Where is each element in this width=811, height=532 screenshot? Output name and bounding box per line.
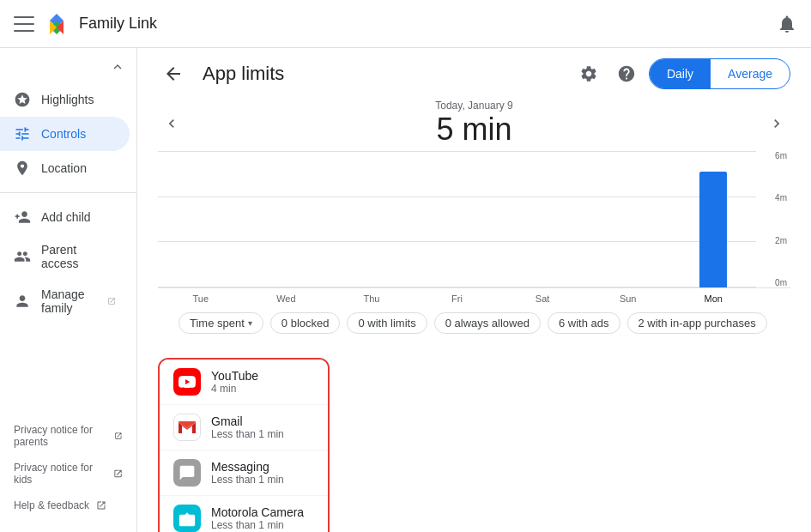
app-item-motorola-camera[interactable]: Motorola Camera Less than 1 min [160,495,328,532]
bar-wed [244,151,330,287]
filter-with-limits-label: 0 with limits [358,317,415,329]
daily-average-toggle: Daily Average [649,58,790,89]
bar-tue [158,151,244,287]
filter-in-app-purchases-label: 2 with in-app purchases [639,317,756,329]
filter-time-spent-label: Time spent [190,317,245,329]
date-label: Today, January 9 [185,100,763,112]
sidebar: Highlights Controls Location [0,48,137,532]
sidebar-item-manage-family[interactable]: Manage family [0,279,130,323]
add-child-label: Add child [41,210,91,224]
label-sun: Sun [585,292,671,305]
sidebar-bottom: Privacy notice for parents Privacy notic… [0,410,136,525]
external-icon-3 [96,500,106,511]
privacy-parents-label: Privacy notice for parents [14,424,107,448]
label-sat: Sat [499,292,585,305]
average-toggle-button[interactable]: Average [711,59,790,88]
notification-icon[interactable] [777,14,797,34]
page-header: App limits Daily Average [137,48,811,100]
topbar-left: Family Link [14,12,157,36]
app-item-youtube[interactable]: YouTube 4 min [160,360,328,404]
layout: Highlights Controls Location [0,48,811,532]
youtube-icon [173,368,201,396]
label-tue: Tue [158,292,244,305]
gmail-name: Gmail [211,414,284,428]
sidebar-item-parent-access[interactable]: Parent access [0,234,130,279]
filter-with-ads-label: 6 with ads [559,317,609,329]
motorola-camera-info: Motorola Camera Less than 1 min [211,505,304,531]
parent-access-icon [14,248,31,265]
chart-date-center: Today, January 9 5 min [185,100,763,148]
chart-bars [158,151,790,287]
help-feedback-link[interactable]: Help & feedback [0,493,136,518]
external-icon-2 [113,469,123,479]
highlights-icon [14,91,31,108]
sidebar-item-add-child[interactable]: Add child [0,200,130,234]
filter-always-allowed-label: 0 always allowed [445,317,530,329]
messaging-info: Messaging Less than 1 min [211,460,284,486]
help-button[interactable] [611,58,642,89]
filter-chips: Time spent ▾ 0 blocked 0 with limits 0 a… [158,305,790,344]
filter-in-app-purchases[interactable]: 2 with in-app purchases [627,312,767,334]
filter-time-spent[interactable]: Time spent ▾ [179,312,263,334]
filter-blocked[interactable]: 0 blocked [270,312,341,334]
prev-arrow[interactable] [158,110,185,137]
gmail-time: Less than 1 min [211,428,284,440]
bar-thu [329,151,415,287]
privacy-kids-label: Privacy notice for kids [14,462,106,486]
page-title: App limits [203,63,284,85]
parent-access-label: Parent access [41,243,116,270]
chart-header: Today, January 9 5 min [158,100,790,148]
manage-family-icon [14,293,31,310]
sidebar-item-location[interactable]: Location [0,151,130,185]
app-list: YouTube 4 min [158,358,330,532]
motorola-camera-time: Less than 1 min [211,519,304,531]
family-link-logo [45,12,69,36]
gmail-info: Gmail Less than 1 min [211,414,284,440]
filter-with-ads[interactable]: 6 with ads [548,312,620,334]
manage-family-label: Manage family [41,287,97,315]
location-icon [14,160,31,177]
sidebar-collapse-button[interactable] [109,58,126,76]
bar-chart: 6m 4m 2m 0m [158,151,790,288]
motorola-camera-name: Motorola Camera [211,505,304,519]
main-content: App limits Daily Average [137,48,811,532]
dropdown-arrow-icon: ▾ [248,318,252,328]
settings-button[interactable] [573,58,604,89]
time-display: 5 min [185,112,763,148]
label-thu: Thu [329,292,415,305]
label-mon: Mon [670,292,756,305]
next-arrow[interactable] [763,110,790,137]
youtube-info: YouTube 4 min [211,369,258,395]
page-header-actions: Daily Average [573,58,790,89]
bar-mon [670,151,756,287]
bar-sat [499,151,585,287]
daily-toggle-button[interactable]: Daily [650,59,711,88]
external-link-icon [107,295,116,307]
filter-with-limits[interactable]: 0 with limits [347,312,427,334]
filter-always-allowed[interactable]: 0 always allowed [434,312,541,334]
privacy-parents-link[interactable]: Privacy notice for parents [0,417,136,455]
filter-blocked-label: 0 blocked [281,317,330,329]
app-list-section: YouTube 4 min [137,358,811,532]
sidebar-item-controls[interactable]: Controls [0,117,130,151]
help-label: Help & feedback [14,499,89,511]
controls-icon [14,125,31,142]
menu-icon[interactable] [14,16,34,32]
topbar: Family Link [0,0,811,48]
app-item-gmail[interactable]: Gmail Less than 1 min [160,404,328,450]
sidebar-item-highlights[interactable]: Highlights [0,82,130,117]
messaging-icon [173,459,201,487]
sidebar-section-main: Highlights Controls Location [0,55,136,410]
external-icon-1 [114,431,123,441]
location-label: Location [41,161,87,175]
bar-sun [585,151,671,287]
youtube-name: YouTube [211,369,258,383]
youtube-time: 4 min [211,383,258,395]
label-fri: Fri [415,292,500,305]
app-item-messaging[interactable]: Messaging Less than 1 min [160,450,328,495]
controls-label: Controls [41,127,86,141]
messaging-name: Messaging [211,460,284,474]
bar-fri [415,151,500,287]
privacy-kids-link[interactable]: Privacy notice for kids [0,455,136,493]
back-button[interactable] [158,58,189,89]
